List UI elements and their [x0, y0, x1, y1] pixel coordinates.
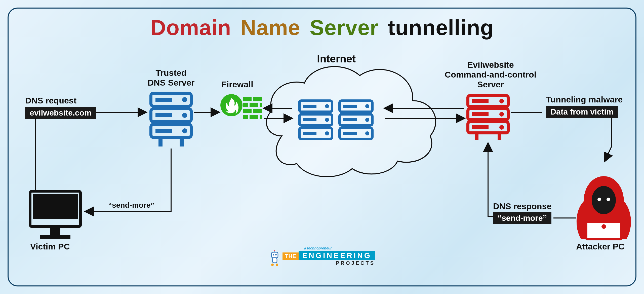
victim-pc-icon — [30, 191, 80, 239]
svg-rect-53 — [50, 228, 60, 235]
svg-rect-27 — [158, 139, 163, 146]
svg-point-43 — [499, 99, 504, 103]
svg-rect-36 — [253, 109, 262, 113]
svg-rect-17 — [343, 132, 357, 135]
svg-rect-46 — [472, 99, 489, 103]
svg-rect-7 — [303, 118, 316, 121]
svg-rect-31 — [253, 97, 262, 101]
svg-rect-25 — [155, 113, 172, 117]
evil-server-icon — [468, 96, 508, 140]
svg-rect-54 — [40, 235, 70, 239]
svg-rect-52 — [33, 194, 78, 219]
branding-projects: PROJECTS — [283, 260, 375, 266]
svg-rect-26 — [155, 129, 172, 133]
svg-rect-50 — [498, 134, 501, 140]
svg-point-62 — [275, 254, 277, 255]
svg-rect-33 — [250, 103, 258, 107]
svg-point-57 — [607, 198, 610, 201]
svg-point-23 — [182, 128, 187, 133]
svg-rect-47 — [472, 112, 489, 116]
svg-point-61 — [273, 254, 274, 255]
arrow-tunnel-to-attacker — [605, 118, 611, 161]
svg-rect-28 — [180, 139, 184, 146]
svg-point-65 — [276, 264, 278, 266]
branding-the: THE — [283, 252, 299, 260]
svg-point-44 — [499, 112, 504, 117]
svg-point-14 — [365, 131, 369, 135]
svg-rect-6 — [303, 105, 316, 108]
svg-point-5 — [325, 131, 329, 135]
trusted-dns-server-icon — [151, 93, 191, 146]
svg-rect-38 — [250, 115, 258, 119]
svg-rect-48 — [472, 125, 489, 129]
svg-rect-58 — [586, 222, 621, 239]
svg-point-12 — [365, 104, 369, 108]
svg-rect-34 — [260, 103, 262, 107]
branding-hashtag: # technopreneur — [304, 246, 375, 250]
svg-point-13 — [365, 118, 369, 122]
svg-rect-32 — [243, 103, 248, 107]
arrow-dns-to-victim — [86, 149, 171, 211]
svg-rect-37 — [243, 115, 248, 119]
firewall-icon — [220, 94, 262, 119]
svg-rect-16 — [343, 118, 357, 121]
svg-point-22 — [182, 113, 187, 118]
svg-rect-30 — [243, 97, 252, 101]
svg-rect-60 — [271, 252, 278, 258]
svg-point-56 — [597, 198, 601, 201]
svg-rect-8 — [303, 132, 316, 135]
svg-rect-15 — [343, 105, 357, 108]
svg-rect-63 — [272, 258, 277, 263]
svg-point-21 — [182, 97, 187, 102]
branding-engineering: ENGINEERING — [299, 251, 375, 260]
svg-point-45 — [499, 125, 504, 130]
internet-cloud-icon — [266, 66, 436, 177]
svg-point-55 — [592, 186, 616, 214]
svg-point-64 — [271, 264, 274, 266]
svg-point-67 — [274, 250, 275, 251]
svg-rect-35 — [243, 109, 252, 113]
svg-rect-39 — [260, 115, 262, 119]
arrow-response-to-evil — [488, 143, 493, 216]
svg-rect-24 — [155, 98, 172, 102]
svg-point-59 — [601, 224, 606, 229]
svg-point-4 — [325, 118, 329, 122]
branding-logo: # technopreneur THEENGINEERING PROJECTS — [269, 246, 375, 266]
svg-rect-49 — [475, 134, 478, 140]
robot-icon — [269, 250, 280, 266]
attacker-pc-icon — [577, 176, 631, 239]
svg-point-3 — [325, 104, 329, 108]
